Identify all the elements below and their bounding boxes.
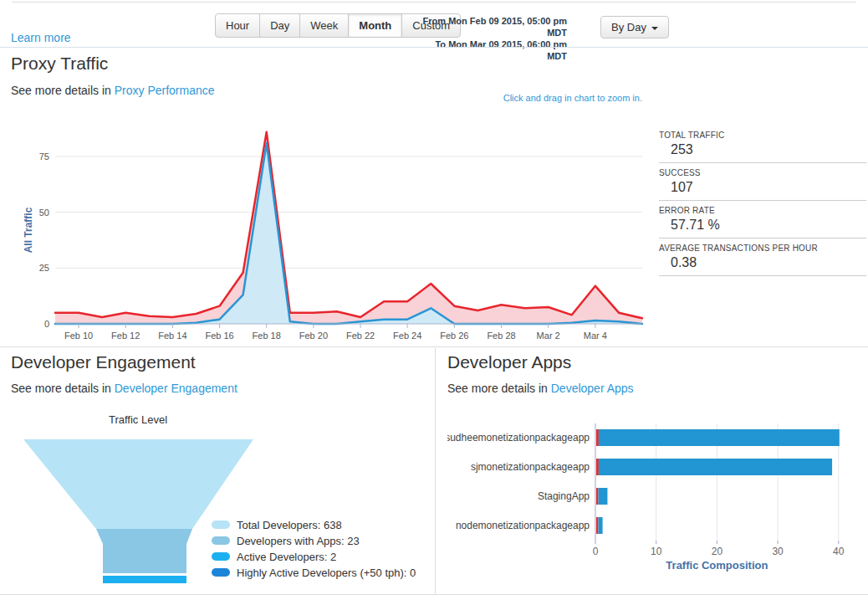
all-traffic-area bbox=[55, 132, 642, 324]
bar-errors-stagingapp[interactable] bbox=[596, 488, 599, 505]
range-button-week[interactable]: Week bbox=[299, 13, 349, 38]
learn-more-link[interactable]: Learn more bbox=[11, 31, 71, 44]
stat-total-traffic: TOTAL TRAFFIC253 bbox=[659, 126, 866, 163]
bar-success-stagingapp[interactable] bbox=[599, 488, 608, 505]
developer-apps-subtitle: See more details in Developer Apps bbox=[447, 382, 634, 395]
stat-label: TOTAL TRAFFIC bbox=[659, 131, 866, 140]
group-by-label: By Day bbox=[611, 21, 646, 33]
x-tick-label: 20 bbox=[712, 546, 723, 557]
stat-label: AVERAGE TRANSACTIONS PER HOUR bbox=[659, 244, 866, 253]
subtitle-prefix: See more details in bbox=[11, 382, 115, 395]
vertical-separator bbox=[435, 348, 436, 594]
legend-item-developers-with-apps: Developers with Apps: 23 bbox=[212, 535, 416, 546]
bar-category-label: nodemonetizationpackageapp bbox=[456, 520, 590, 531]
x-tick-label: 0 bbox=[593, 546, 599, 557]
y-tick-label: 25 bbox=[39, 263, 49, 273]
legend-swatch-icon bbox=[212, 536, 230, 545]
bar-success-sjmonetizationpackageapp[interactable] bbox=[599, 459, 832, 475]
legend-swatch-icon bbox=[212, 568, 230, 577]
stat-value: 253 bbox=[671, 142, 866, 157]
bar-success-sudheemonetizationpackageapp[interactable] bbox=[599, 429, 840, 446]
x-tick-label: Feb 26 bbox=[440, 331, 468, 341]
date-range-display: From Mon Feb 09 2015, 05:00 pm MDT To Mo… bbox=[414, 15, 567, 62]
x-axis-title: Traffic Composition bbox=[666, 559, 768, 572]
legend-label: Highly Active Developers (+50 tph): 0 bbox=[237, 567, 416, 579]
x-tick-label: Mar 2 bbox=[537, 331, 560, 341]
x-tick-label: 10 bbox=[651, 546, 662, 557]
proxy-traffic-title: Proxy Traffic bbox=[11, 54, 108, 74]
legend-label: Total Developers: 638 bbox=[237, 519, 342, 531]
bar-errors-sjmonetizationpackageapp[interactable] bbox=[596, 459, 599, 475]
date-range-to: To Mon Mar 09 2015, 06:00 pm MDT bbox=[414, 38, 567, 62]
developer-apps-link[interactable]: Developer Apps bbox=[551, 382, 634, 395]
all-traffic-line bbox=[55, 132, 642, 319]
x-tick-label: Mar 4 bbox=[584, 331, 607, 341]
developer-engagement-link[interactable]: Developer Engagement bbox=[115, 382, 237, 395]
legend-swatch-icon bbox=[212, 552, 230, 561]
proxy-traffic-chart[interactable]: 0255075Feb 10Feb 12Feb 14Feb 16Feb 18Feb… bbox=[0, 115, 652, 341]
bar-errors-nodemonetizationpackageapp[interactable] bbox=[596, 517, 599, 534]
x-tick-label: Feb 18 bbox=[253, 331, 281, 341]
x-tick-label: Feb 24 bbox=[393, 331, 421, 341]
group-by-dropdown[interactable]: By Day bbox=[600, 16, 669, 38]
funnel-chart-title: Traffic Level bbox=[0, 413, 276, 426]
funnel-legend: Total Developers: 638Developers with App… bbox=[212, 519, 416, 582]
proxy-performance-link[interactable]: Proxy Performance bbox=[115, 84, 215, 97]
developer-engagement-title: Developer Engagement bbox=[11, 352, 196, 372]
y-tick-label: 50 bbox=[39, 208, 49, 218]
chart-zoom-hint: Click and drag in chart to zoom in. bbox=[391, 93, 642, 103]
legend-item-highly-active-developers-50-tph: Highly Active Developers (+50 tph): 0 bbox=[212, 567, 416, 578]
stat-success: SUCCESS107 bbox=[659, 163, 866, 201]
developer-apps-chart[interactable]: sudheemonetizationpackageappsjmonetizati… bbox=[447, 418, 868, 582]
range-button-day[interactable]: Day bbox=[259, 13, 300, 38]
bottom-separator bbox=[0, 594, 868, 595]
funnel-segment-developers-with-apps[interactable] bbox=[96, 529, 192, 573]
range-button-month[interactable]: Month bbox=[348, 13, 402, 38]
bar-success-nodemonetizationpackageapp[interactable] bbox=[599, 517, 603, 534]
bar-category-label: sudheemonetizationpackageapp bbox=[447, 432, 590, 444]
bar-category-label: StagingApp bbox=[538, 490, 590, 502]
x-tick-label: Feb 28 bbox=[487, 331, 515, 341]
x-tick-label: Feb 16 bbox=[205, 331, 233, 341]
y-tick-label: 75 bbox=[39, 151, 49, 162]
funnel-segment-total-developers[interactable] bbox=[23, 439, 253, 529]
traffic-stats-panel: TOTAL TRAFFIC253SUCCESS107ERROR RATE57.7… bbox=[659, 126, 866, 276]
x-tick-label: Feb 20 bbox=[299, 331, 328, 341]
stat-label: SUCCESS bbox=[659, 168, 866, 177]
range-button-hour[interactable]: Hour bbox=[215, 13, 260, 38]
developer-engagement-subtitle: See more details in Developer Engagement bbox=[11, 382, 237, 395]
chevron-down-icon bbox=[651, 27, 658, 30]
bar-errors-sudheemonetizationpackageapp[interactable] bbox=[596, 429, 599, 446]
x-tick-label: Feb 14 bbox=[158, 331, 186, 341]
success-area bbox=[55, 143, 642, 324]
top-hairline bbox=[12, 2, 856, 3]
stat-value: 107 bbox=[671, 180, 866, 195]
developer-apps-title: Developer Apps bbox=[447, 352, 571, 372]
subtitle-prefix: See more details in bbox=[447, 382, 551, 395]
section-separator bbox=[0, 346, 868, 347]
legend-item-active-developers: Active Developers: 2 bbox=[212, 551, 416, 562]
proxy-traffic-subtitle: See more details in Proxy Performance bbox=[11, 84, 215, 97]
funnel-segment-active-developers[interactable] bbox=[103, 576, 186, 583]
stat-label: ERROR RATE bbox=[659, 206, 866, 215]
subtitle-prefix: See more details in bbox=[11, 84, 115, 97]
x-tick-label: Feb 22 bbox=[346, 331, 375, 341]
legend-item-total-developers: Total Developers: 638 bbox=[212, 519, 416, 531]
stat-value: 0.38 bbox=[671, 255, 866, 270]
stat-average-transactions-per-hour: AVERAGE TRANSACTIONS PER HOUR0.38 bbox=[659, 238, 866, 276]
y-tick-label: 0 bbox=[44, 319, 49, 329]
stat-error-rate: ERROR RATE57.71 % bbox=[659, 201, 866, 238]
y-axis-title: All Traffic bbox=[23, 207, 34, 253]
x-tick-label: Feb 10 bbox=[64, 331, 93, 341]
legend-label: Developers with Apps: 23 bbox=[237, 535, 360, 547]
bar-category-label: sjmonetizationpackageapp bbox=[471, 461, 590, 473]
success-line bbox=[55, 143, 642, 324]
stat-value: 57.71 % bbox=[671, 218, 866, 233]
date-range-from: From Mon Feb 09 2015, 05:00 pm MDT bbox=[414, 15, 567, 38]
legend-label: Active Developers: 2 bbox=[237, 551, 336, 563]
legend-swatch-icon bbox=[212, 521, 230, 529]
x-tick-label: 40 bbox=[833, 546, 845, 557]
toolbar-separator bbox=[0, 47, 868, 48]
x-tick-label: Feb 12 bbox=[111, 331, 140, 341]
x-tick-label: 30 bbox=[772, 546, 784, 557]
